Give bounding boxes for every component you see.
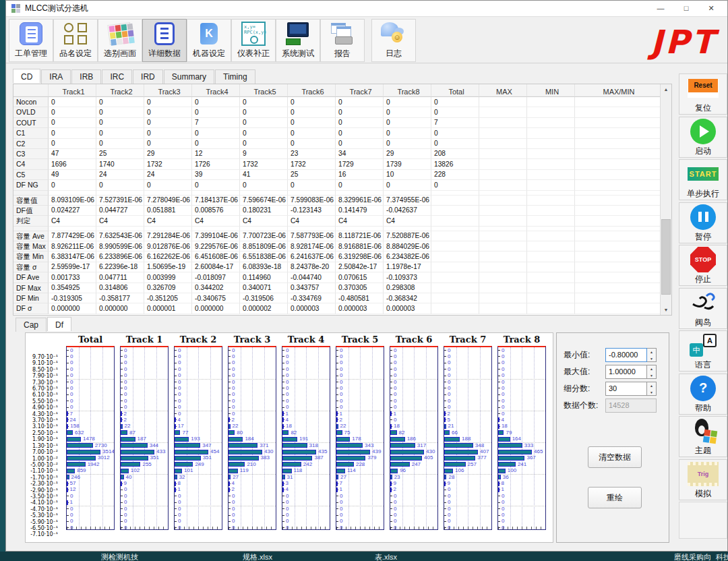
bar-value-label: 0: [178, 506, 181, 512]
table-cell: 29: [144, 149, 192, 159]
toolbar-button-report[interactable]: 报告: [320, 19, 365, 62]
max-value-input[interactable]: 1.00000: [605, 365, 647, 379]
toolbar-button-machine-settings[interactable]: K 机器设定: [187, 19, 231, 62]
bins-spinner[interactable]: ▲▼: [647, 382, 657, 396]
max-value-spinner[interactable]: ▲▼: [647, 365, 657, 379]
axis-tick: [175, 382, 177, 382]
sidebar-button-theme[interactable]: 主题: [679, 416, 727, 457]
histogram-bin: 114: [336, 468, 384, 474]
bar-value-label: 28: [448, 475, 454, 480]
sidebar-button-reset[interactable]: Reset 复位: [679, 73, 727, 115]
histogram-bar: [282, 443, 307, 448]
table-cell: -0.319305: [49, 293, 96, 303]
histogram-bin: 31: [282, 474, 330, 480]
bar-value-label: 0: [448, 373, 450, 378]
toolbar-button-detail-data[interactable]: 详细数据: [142, 19, 187, 62]
min-value-spinner[interactable]: ▲▼: [647, 348, 657, 362]
table-row: C41696174017321726173217321729173913826: [13, 159, 661, 169]
spinner-up-icon: ▲: [647, 349, 656, 355]
table-cell: [527, 159, 575, 169]
histogram-bar: [229, 417, 230, 422]
table-cell: [49, 227, 96, 231]
axis-tick: [121, 382, 123, 382]
table-scrollbar[interactable]: ▲ ▼: [660, 84, 671, 315]
histogram-bar: [336, 430, 342, 435]
histogram-bin: 1942: [67, 461, 114, 467]
axis-tick: [498, 363, 500, 363]
minimize-button[interactable]: —: [649, 1, 672, 16]
histogram-bin: 1: [67, 500, 114, 506]
bar-value-label: 75: [344, 430, 351, 436]
scrollbar-thumb[interactable]: [661, 219, 671, 295]
table-cell: [479, 180, 527, 190]
bar-value-label: 257: [468, 462, 477, 467]
bins-input[interactable]: 30: [605, 382, 647, 396]
histogram-bin: 0: [336, 493, 384, 499]
sidebar-button-start[interactable]: 启动: [679, 117, 727, 158]
histogram-bin: 9: [121, 481, 168, 487]
close-button[interactable]: ✕: [700, 1, 723, 16]
bar-value-label: 0: [502, 360, 504, 365]
histogram-bar: [282, 481, 284, 486]
toolbar-button-meter-correction[interactable]: x,y= RPC(x,y) 仪表补正: [231, 19, 276, 62]
bar-value-label: 0: [448, 398, 450, 404]
min-value-input[interactable]: -0.80000: [605, 348, 647, 362]
histogram-bin: 0: [444, 353, 491, 359]
clear-data-button[interactable]: 清空数据: [588, 446, 642, 468]
subtab-cap[interactable]: Cap: [16, 318, 47, 332]
redraw-button[interactable]: 重绘: [588, 487, 642, 508]
table-cell: [527, 303, 575, 314]
bar-value-label: 0: [286, 386, 289, 391]
table-row: C1000000000: [13, 128, 661, 138]
maximize-button[interactable]: □: [675, 1, 698, 16]
table-cell: 0: [144, 128, 192, 138]
sidebar-button-language[interactable]: A 中 语言: [679, 330, 727, 372]
toolbar-button-sorting-screen[interactable]: 选别画面: [98, 19, 142, 62]
tab-timing[interactable]: Timing: [215, 69, 255, 84]
histogram-bar: [336, 424, 338, 429]
histogram-bin: 2: [444, 411, 491, 417]
bar-value-label: 27: [340, 475, 346, 480]
toolbar-button-log[interactable]: ☺ 日志: [371, 19, 416, 62]
sidebar-button-help[interactable]: ? 帮助: [679, 374, 727, 415]
sidebar-button-pause[interactable]: 暂停: [679, 202, 727, 243]
table-cell: [575, 241, 661, 252]
histogram-bin: 101: [175, 468, 222, 474]
scroll-down-icon[interactable]: ▼: [661, 305, 671, 315]
bar-value-label: 0: [178, 367, 181, 372]
toolbar-button-product-name[interactable]: 品名设定: [53, 19, 98, 62]
toolbar-button-work-order[interactable]: 工单管理: [9, 19, 53, 62]
subtab-df[interactable]: Df: [47, 317, 71, 331]
histogram-bar: [336, 462, 354, 467]
axis-tick: [390, 515, 392, 516]
sidebar-button-simulate[interactable]: Trig 模拟: [679, 459, 727, 500]
bar-value-label: 0: [124, 487, 127, 492]
sidebar-button-stop[interactable]: STOP 停止: [679, 245, 727, 286]
table-cell: 6.241637E-06: [288, 252, 336, 262]
sidebar-button-valve-island[interactable]: 阀岛: [679, 288, 727, 329]
tab-irc[interactable]: IRC: [102, 69, 132, 84]
histogram-bin: 0: [175, 493, 222, 499]
histogram-bin: 0: [390, 373, 437, 379]
table-cell: [527, 139, 575, 149]
tab-ira[interactable]: IRA: [41, 69, 71, 84]
table-cell: [575, 180, 661, 190]
table-cell: [479, 262, 527, 272]
bar-value-label: 0: [70, 354, 73, 359]
toolbar-button-system-test[interactable]: 系统测试: [276, 19, 320, 62]
sidebar-button-step[interactable]: START 单步执行: [679, 159, 727, 200]
table-cell: [431, 227, 479, 231]
tab-irb[interactable]: IRB: [71, 69, 101, 84]
tab-cd[interactable]: CD: [13, 69, 40, 83]
scroll-up-icon[interactable]: ▲: [661, 84, 671, 94]
histogram-bin: 79: [498, 430, 545, 436]
table-cell: [336, 191, 384, 196]
table-cell: [431, 191, 479, 196]
tab-summary[interactable]: Summary: [164, 69, 214, 84]
tab-ird[interactable]: IRD: [133, 69, 163, 84]
chart-plot-area: 0000000000141882191318435387242118313400…: [282, 346, 330, 530]
y-axis-tick-label: 9.10·10⁻¹: [27, 360, 61, 366]
bar-value-label: 2: [124, 417, 127, 423]
table-cell: [527, 216, 575, 226]
row-label: C5: [13, 170, 49, 180]
